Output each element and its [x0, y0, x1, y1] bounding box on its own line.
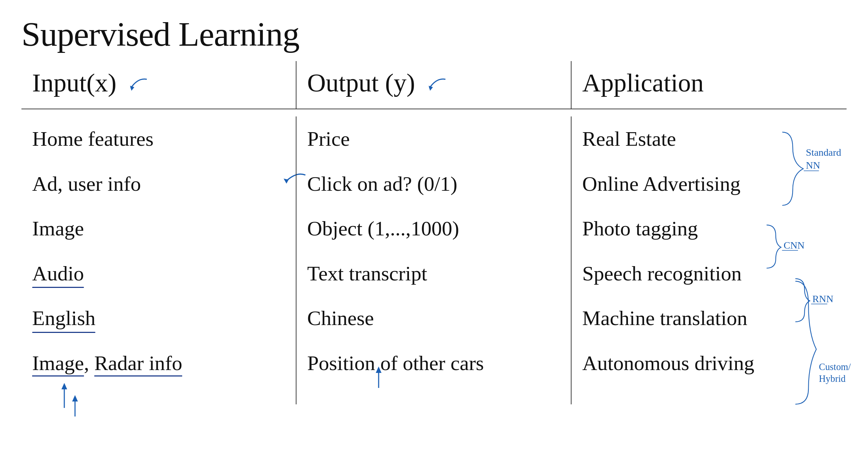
svg-marker-0: [130, 86, 134, 91]
svg-marker-17: [61, 383, 67, 389]
annotations-svg: Standard NN CNN RNN Custom/ Hybrid: [572, 116, 847, 404]
list-item: Image: [32, 206, 296, 251]
application-column: Real Estate Online Advertising Photo tag…: [572, 116, 847, 404]
svg-marker-6: [376, 366, 381, 373]
svg-text:NN: NN: [806, 160, 820, 171]
page-title: Supervised Learning: [21, 14, 847, 54]
list-item: Click on ad? (0/1): [307, 161, 572, 206]
list-item: Text transcript: [307, 251, 572, 296]
col-header-output: Output (y): [296, 65, 572, 101]
bottom-arrows: [21, 383, 847, 413]
input-column: Home features Ad, user info Image Audio: [21, 116, 296, 404]
table-wrapper: Input(x) Output (y): [21, 65, 847, 413]
list-item: Object (1,...,1000): [307, 206, 572, 251]
input-arrow-icon: [127, 76, 149, 95]
table-header: Input(x) Output (y): [21, 65, 847, 109]
input-up-arrow-icon: [57, 383, 71, 411]
svg-text:Standard: Standard: [806, 147, 841, 158]
output-arrow-icon: [426, 76, 447, 95]
table-body: Home features Ad, user info Image Audio: [21, 116, 847, 404]
svg-marker-1: [429, 86, 433, 91]
col-header-application: Application: [572, 65, 847, 101]
list-item: Chinese: [307, 296, 572, 341]
svg-text:Custom/: Custom/: [819, 362, 851, 372]
svg-text:RNN: RNN: [812, 293, 833, 304]
col-header-input: Input(x): [21, 65, 296, 101]
list-item: Ad, user info: [32, 161, 296, 206]
svg-text:CNN: CNN: [784, 240, 805, 251]
output-column: Price Click on ad? (0/1) Object (1,...,1…: [296, 116, 572, 404]
list-item: English: [32, 296, 296, 341]
list-item: Price: [307, 116, 572, 161]
page-container: Supervised Learning Input(x) Output (y): [21, 14, 847, 413]
list-item: Audio: [32, 251, 296, 296]
list-item: Home features: [32, 116, 296, 161]
